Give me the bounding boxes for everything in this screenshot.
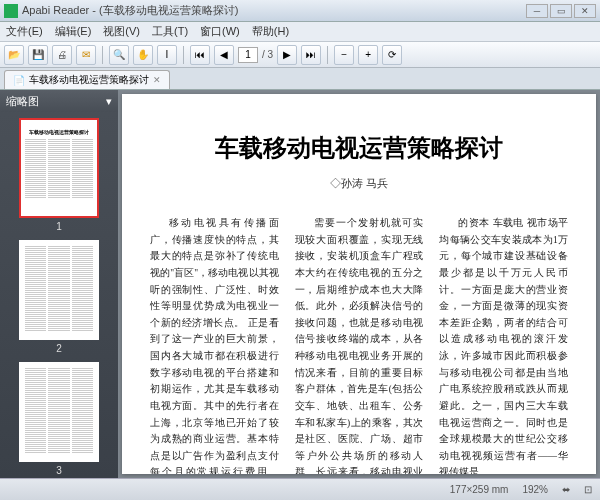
open-button[interactable]: 📂 (4, 45, 24, 65)
menu-tools[interactable]: 工具(T) (152, 24, 188, 39)
thumbnails-panel: 缩略图 ▾ 车载移动电视运营策略探讨 1 2 3 (0, 90, 118, 478)
rotate-button[interactable]: ⟳ (382, 45, 402, 65)
next-page-button[interactable]: ▶ (277, 45, 297, 65)
page-total-label: / 3 (262, 49, 273, 60)
menu-view[interactable]: 视图(V) (103, 24, 140, 39)
thumbnail-page-num: 3 (6, 465, 112, 476)
window-controls: ─ ▭ ✕ (526, 4, 596, 18)
workspace: 缩略图 ▾ 车载移动电视运营策略探讨 1 2 3 车载移动电视运营策略探讨 ◇孙… (0, 90, 600, 478)
title-bar: Apabi Reader - (车载移动电视运营策略探讨) ─ ▭ ✕ (0, 0, 600, 22)
menu-file[interactable]: 文件(E) (6, 24, 43, 39)
toolbar: 📂 💾 🖨 ✉ 🔍 ✋ I ⏮ ◀ / 3 ▶ ⏭ − + ⟳ (0, 42, 600, 68)
column-2: 需要一个发射机就可实现较大面积覆盖，实现无线接收，安装机顶盒车广程或本大约在传统… (295, 215, 424, 474)
maximize-button[interactable]: ▭ (550, 4, 572, 18)
prev-page-button[interactable]: ◀ (214, 45, 234, 65)
article-author: ◇孙涛 马兵 (150, 176, 568, 191)
page-icon: 📄 (13, 75, 25, 86)
tab-close-icon[interactable]: ✕ (153, 75, 161, 85)
article-title: 车载移动电视运营策略探讨 (150, 132, 568, 164)
app-icon (4, 4, 18, 18)
last-page-button[interactable]: ⏭ (301, 45, 321, 65)
menu-bar: 文件(E) 编辑(E) 视图(V) 工具(T) 窗口(W) 帮助(H) (0, 22, 600, 42)
separator (327, 46, 328, 64)
column-1: 移动电视具有传播面广，传播速度快的特点，其最大的特点是弥补了传统电视的"盲区"，… (150, 215, 279, 474)
window-title: Apabi Reader - (车载移动电视运营策略探讨) (22, 3, 526, 18)
thumbnail-1[interactable]: 车载移动电视运营策略探讨 1 (6, 118, 112, 232)
tab-title: 车载移动电视运营策略探讨 (29, 73, 149, 87)
thumbnails-header: 缩略图 ▾ (0, 90, 118, 112)
page-size-label: 177×259 mm (450, 484, 509, 495)
thumbnail-2[interactable]: 2 (6, 240, 112, 354)
column-3: 的资本 车载电 视市场平均每辆公交车安装成本为1万元，每个城市建设基础设备最少都… (439, 215, 568, 474)
document-tab[interactable]: 📄 车载移动电视运营策略探讨 ✕ (4, 70, 170, 89)
close-button[interactable]: ✕ (574, 4, 596, 18)
separator (102, 46, 103, 64)
zoom-in-button[interactable]: + (358, 45, 378, 65)
page-number-input[interactable] (238, 47, 258, 63)
document-tabs: 📄 车载移动电视运营策略探讨 ✕ (0, 68, 600, 90)
article-columns: 移动电视具有传播面广，传播速度快的特点，其最大的特点是弥补了传统电视的"盲区"，… (150, 215, 568, 474)
select-tool-button[interactable]: I (157, 45, 177, 65)
page-content: 车载移动电视运营策略探讨 ◇孙涛 马兵 移动电视具有传播面广，传播速度快的特点，… (122, 94, 596, 474)
panel-menu-icon[interactable]: ▾ (106, 95, 112, 108)
print-button[interactable]: 🖨 (52, 45, 72, 65)
hand-tool-button[interactable]: ✋ (133, 45, 153, 65)
thumbnail-3[interactable]: 3 (6, 362, 112, 476)
zoom-out-button[interactable]: − (334, 45, 354, 65)
fit-page-icon[interactable]: ⊡ (584, 484, 592, 495)
thumbnails-list[interactable]: 车载移动电视运营策略探讨 1 2 3 (0, 112, 118, 478)
mail-button[interactable]: ✉ (76, 45, 96, 65)
document-viewport[interactable]: 车载移动电视运营策略探讨 ◇孙涛 马兵 移动电视具有传播面广，传播速度快的特点，… (118, 90, 600, 478)
save-button[interactable]: 💾 (28, 45, 48, 65)
fit-width-icon[interactable]: ⬌ (562, 484, 570, 495)
menu-help[interactable]: 帮助(H) (252, 24, 289, 39)
zoom-level-label: 192% (522, 484, 548, 495)
menu-window[interactable]: 窗口(W) (200, 24, 240, 39)
thumbnail-page-num: 2 (6, 343, 112, 354)
menu-edit[interactable]: 编辑(E) (55, 24, 92, 39)
separator (183, 46, 184, 64)
first-page-button[interactable]: ⏮ (190, 45, 210, 65)
thumbnail-page-num: 1 (6, 221, 112, 232)
status-bar: 177×259 mm 192% ⬌ ⊡ (0, 478, 600, 500)
minimize-button[interactable]: ─ (526, 4, 548, 18)
search-button[interactable]: 🔍 (109, 45, 129, 65)
